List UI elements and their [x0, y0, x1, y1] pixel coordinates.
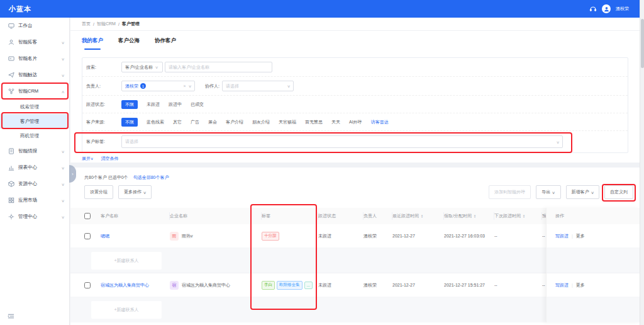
breadcrumb: 首页 / 智能CRM / 客户管理 [70, 18, 640, 31]
customer-tag-more[interactable]: ... [304, 282, 313, 289]
row-checkbox[interactable] [84, 233, 91, 239]
sort-icon[interactable]: ▲▼ [474, 214, 476, 219]
source-label: 客户来源: [86, 119, 121, 125]
source-option-visitor-radar[interactable]: 访客雷达 [371, 119, 389, 125]
set-group-button[interactable]: 设置分组 [84, 185, 113, 199]
source-option[interactable]: AI外呼 [349, 119, 362, 125]
customer-tag-label: 客户标签: [86, 139, 121, 145]
source-option[interactable]: 客户介绍 [226, 119, 243, 125]
status-option-following[interactable]: 跟进中 [169, 101, 182, 108]
assign-time: 2021-12-27 15:51:27 [444, 283, 494, 287]
row-checkbox[interactable] [84, 282, 91, 288]
sidebar-item-resource-center[interactable]: 资源中心 ∨ [0, 176, 69, 192]
filter-row-owner: 负责人: 潘枝荣 1 × ∨ 协作人: 请选择 ∨ [82, 77, 628, 96]
status-option-all[interactable]: 不限 [121, 100, 138, 109]
settings-icon [8, 214, 14, 220]
breadcrumb-crm[interactable]: 智能CRM [97, 21, 116, 27]
new-customer-button[interactable]: 新增客户∨ [566, 185, 599, 199]
customer-name-link[interactable]: 宿城区为额入集商贸中心 [101, 282, 149, 288]
last-follow-time: 2021-12-27 [392, 234, 444, 238]
headset-icon[interactable] [589, 5, 597, 13]
col-customer-name: 客户名称 [101, 212, 170, 220]
workbench-icon [8, 23, 14, 29]
tab-collaborative[interactable]: 协作客户 [155, 37, 176, 50]
breadcrumb-home[interactable]: 首页 [82, 21, 91, 27]
source-option[interactable]: 其它 [173, 119, 182, 125]
sidebar-item-smart-reach[interactable]: 智能触达 ∨ [0, 67, 69, 83]
filter-row-search: 搜索: 客户/企业名称 ∨ [82, 58, 628, 77]
select-all-checkbox[interactable] [84, 213, 91, 219]
breadcrumb-current: 客户管理 [122, 21, 140, 27]
user-avatar[interactable] [602, 4, 611, 13]
new-contact-button[interactable]: +新建联系人 [91, 301, 162, 319]
app-logo: 小蓝本 [9, 4, 31, 14]
write-follow-up-link[interactable]: 写跟进 [555, 233, 569, 239]
select-all-link[interactable]: 勾选全部80个客户 [133, 174, 169, 181]
status-option-closed[interactable]: 已成交 [191, 101, 204, 108]
chevron-down-icon: ∨ [61, 215, 65, 219]
sidebar-item-smart-card[interactable]: 智能名片 ∨ [0, 50, 69, 67]
tab-public-pool[interactable]: 客户公海 [118, 37, 140, 50]
username[interactable]: 潘枝荣 [616, 6, 629, 12]
search-type-select[interactable]: 客户/企业名称 ∨ [121, 62, 163, 72]
sidebar-item-workbench[interactable]: 工作台 [0, 18, 69, 34]
more-link[interactable]: 更多 [576, 233, 585, 239]
company-initial-badge: 宿 [170, 281, 179, 290]
add-to-ai-call-button[interactable]: 添加到智能外呼 [489, 185, 531, 199]
search-input[interactable] [165, 62, 272, 72]
col-tags: 标签 [262, 212, 318, 220]
status-option-not-followed[interactable]: 未跟进 [147, 101, 160, 108]
clear-icon[interactable]: × [184, 84, 186, 88]
next-follow-time: -- [494, 234, 542, 238]
customer-tag: 李白 [262, 281, 275, 290]
tab-my-customers[interactable]: 我的客户 [82, 37, 103, 50]
chevron-down-icon: ∨ [591, 190, 594, 195]
owner-count-badge: 1 [140, 83, 146, 89]
collapse-menu-icon[interactable] [8, 313, 14, 319]
sidebar-item-admin-center[interactable]: 管理中心 ∨ [0, 208, 69, 225]
more-link[interactable]: 更多 [576, 282, 585, 288]
box-icon [8, 181, 14, 187]
scrollbar[interactable] [640, 0, 644, 325]
scrollbar-thumb[interactable] [641, 19, 644, 68]
sidebar-item-app-market[interactable]: 应用市场 ∨ [0, 192, 69, 208]
sort-icon[interactable]: ▲▼ [421, 214, 423, 219]
sidebar-item-customer-management[interactable]: 客户管理 [0, 114, 69, 128]
source-option[interactable]: 展会 [208, 119, 217, 125]
sidebar-item-prospecting[interactable]: 智能拓客 ∨ [0, 34, 69, 50]
col-actions: 操作 [547, 208, 640, 224]
source-option[interactable]: 朋友介绍 [252, 119, 270, 125]
customer-name-link[interactable]: 嗯嗯 [101, 233, 109, 239]
custom-columns-button[interactable]: 自定义列 [604, 185, 633, 199]
source-option[interactable]: 蓝色线索 [147, 119, 164, 125]
source-option[interactable]: 不限 [121, 118, 138, 127]
chevron-up-icon: ∧ [61, 89, 65, 94]
sidebar-item-lead-management[interactable]: 线索管理 [0, 100, 69, 114]
collaborator-select[interactable]: 请选择 ∨ [222, 81, 294, 91]
crm-icon [8, 88, 14, 94]
source-option[interactable]: 天天 [331, 119, 340, 125]
expand-filters-link[interactable]: 展开∨ [82, 156, 93, 162]
filter-links: 展开∨ 清空条件 [82, 156, 118, 162]
write-follow-up-link[interactable]: 写跟进 [555, 282, 569, 288]
new-contact-button[interactable]: +新建联系人 [91, 252, 162, 270]
sidebar-item-smart-intel[interactable]: 智能情报 ∨ [0, 143, 69, 159]
export-button[interactable]: 导出∨ [536, 185, 560, 199]
customer-tag-select[interactable]: 请选择 ∨ [121, 135, 563, 148]
source-option[interactable]: 天官赐福 [279, 119, 296, 125]
source-option[interactable]: 广告 [191, 119, 199, 125]
sort-icon[interactable]: ▲▼ [523, 214, 525, 219]
source-option[interactable]: 百无禁忌 [305, 119, 323, 125]
sidebar-item-smart-crm[interactable]: 智能CRM ∧ [0, 83, 69, 100]
customer-tag: 欧阳修全集 [277, 281, 303, 290]
top-bar: 小蓝本 潘枝荣 [0, 0, 644, 18]
col-follow-status: 跟进状态 [318, 212, 364, 220]
owner-select[interactable]: 潘枝荣 1 × ∨ [121, 81, 195, 91]
company-name: 雨热v [182, 233, 193, 239]
more-actions-button[interactable]: 更多操作∨ [118, 185, 152, 199]
sidebar-item-opportunity-management[interactable]: 商机管理 [0, 128, 69, 143]
chevron-down-icon: ∨ [61, 73, 65, 77]
owner: 潘枝荣 [364, 233, 392, 239]
clear-filters-link[interactable]: 清空条件 [101, 156, 118, 162]
sidebar-item-report-center[interactable]: 报表中心 ∨ [0, 159, 69, 176]
